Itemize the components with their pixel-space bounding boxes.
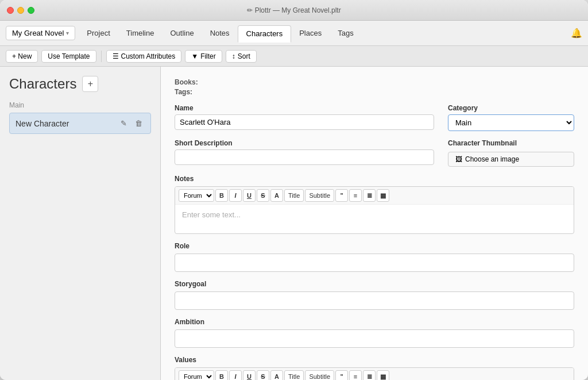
toolbar-divider <box>101 51 102 62</box>
values-label: Values <box>175 356 574 364</box>
nav-project[interactable]: Project <box>79 25 118 41</box>
filter-button[interactable]: ▼ Filter <box>185 50 222 63</box>
category-label: Category <box>448 104 574 112</box>
sort-icon: ↕ <box>232 52 235 60</box>
short-desc-input[interactable] <box>175 149 434 165</box>
ambition-section: Ambition <box>175 318 574 348</box>
notes-subtitle-button[interactable]: Subtitle <box>305 189 334 202</box>
values-font-select[interactable]: Forum <box>179 370 214 380</box>
minimize-button[interactable] <box>17 7 24 14</box>
short-desc-group: Short Description <box>175 139 434 167</box>
values-font-color-button[interactable]: A <box>270 370 283 380</box>
category-select[interactable]: Main Supporting Minor <box>448 114 574 131</box>
name-group: Name <box>175 104 434 131</box>
character-name-label: New Character <box>16 119 69 128</box>
sort-button[interactable]: ↕ Sort <box>226 50 257 63</box>
new-button[interactable]: + New <box>6 50 38 63</box>
use-template-button[interactable]: Use Template <box>41 50 96 63</box>
category-group: Category Main Supporting Minor <box>448 104 574 131</box>
values-strikethrough-button[interactable]: S <box>257 370 269 380</box>
notes-font-color-button[interactable]: A <box>270 189 283 202</box>
notes-image-button[interactable]: ▦ <box>377 189 389 202</box>
notes-strikethrough-button[interactable]: S <box>257 189 269 202</box>
chevron-down-icon: ▾ <box>66 30 69 36</box>
sidebar-header: Characters + <box>9 76 151 92</box>
storygoal-section: Storygoal <box>175 280 574 310</box>
notes-italic-button[interactable]: I <box>229 189 242 202</box>
nav-bar: My Great Novel ▾ Project Timeline Outlin… <box>0 21 588 46</box>
books-row: Books: <box>175 78 574 86</box>
values-quote-button[interactable]: " <box>335 370 348 380</box>
app-window: ✏ Plottr — My Great Novel.pltr My Great … <box>0 0 588 380</box>
desc-thumbnail-row: Short Description Character Thumbnail 🖼 … <box>175 139 574 167</box>
list-icon: ☰ <box>113 52 119 60</box>
character-item-actions: ✎ 🗑 <box>118 118 145 129</box>
notes-editor-content[interactable]: Enter some text... <box>175 205 574 233</box>
notes-bold-button[interactable]: B <box>215 189 228 202</box>
filter-icon: ▼ <box>191 52 198 60</box>
values-section: Values Forum B I U S A Title Subtitle " <box>175 356 574 380</box>
values-title-button[interactable]: Title <box>284 370 304 380</box>
nav-characters[interactable]: Characters <box>238 25 292 43</box>
meta-section: Books: Tags: <box>175 78 574 96</box>
role-label: Role <box>175 242 574 250</box>
notes-underline-button[interactable]: U <box>243 189 256 202</box>
add-character-button[interactable]: + <box>82 76 98 92</box>
nav-notes[interactable]: Notes <box>202 25 238 41</box>
notes-ol-button[interactable]: ≡ <box>349 189 362 202</box>
character-list-item[interactable]: New Character ✎ 🗑 <box>9 113 151 134</box>
values-italic-button[interactable]: I <box>229 370 242 380</box>
nav-tags[interactable]: Tags <box>330 25 361 41</box>
nav-timeline[interactable]: Timeline <box>118 25 163 41</box>
project-name-label: My Great Novel <box>12 29 64 37</box>
storygoal-input[interactable] <box>175 291 574 310</box>
ambition-input[interactable] <box>175 329 574 348</box>
name-category-row: Name Category Main Supporting Minor <box>175 104 574 131</box>
notes-editor-toolbar: Forum B I U S A Title Subtitle " ≡ ≣ ▦ <box>175 187 574 205</box>
main-content: Characters + Main New Character ✎ 🗑 Book… <box>0 67 588 380</box>
tags-label: Tags: <box>175 88 192 96</box>
title-bar: ✏ Plottr — My Great Novel.pltr <box>0 0 588 21</box>
notes-label: Notes <box>175 175 574 183</box>
notes-editor: Forum B I U S A Title Subtitle " ≡ ≣ ▦ <box>175 186 574 234</box>
tags-row: Tags: <box>175 88 574 96</box>
close-button[interactable] <box>7 7 14 14</box>
books-label: Books: <box>175 78 198 86</box>
values-bold-button[interactable]: B <box>215 370 228 380</box>
project-dropdown-button[interactable]: My Great Novel ▾ <box>6 26 75 40</box>
nav-right: 🔔 <box>571 28 582 39</box>
values-subtitle-button[interactable]: Subtitle <box>305 370 334 380</box>
nav-outline[interactable]: Outline <box>162 25 202 41</box>
values-editor-toolbar: Forum B I U S A Title Subtitle " ≡ ≣ ▦ <box>175 368 574 380</box>
traffic-lights <box>7 7 34 14</box>
values-ul-button[interactable]: ≣ <box>363 370 376 380</box>
notifications-icon[interactable]: 🔔 <box>571 28 582 38</box>
sidebar-title: Characters <box>9 76 76 92</box>
window-title: ✏ Plottr — My Great Novel.pltr <box>247 6 341 14</box>
thumbnail-label: Character Thumbnail <box>448 139 574 147</box>
notes-font-select[interactable]: Forum <box>179 189 214 202</box>
edit-character-button[interactable]: ✎ <box>118 118 129 129</box>
notes-quote-button[interactable]: " <box>335 189 348 202</box>
values-image-button[interactable]: ▦ <box>377 370 389 380</box>
name-label: Name <box>175 104 434 112</box>
toolbar: + New Use Template ☰ Custom Attributes ▼… <box>0 46 588 67</box>
notes-ul-button[interactable]: ≣ <box>363 189 376 202</box>
detail-panel: Books: Tags: Name Category Main Supporti… <box>161 67 588 380</box>
image-icon: 🖼 <box>455 155 462 163</box>
ambition-label: Ambition <box>175 318 574 326</box>
role-input[interactable] <box>175 254 574 272</box>
maximize-button[interactable] <box>28 7 34 14</box>
values-ol-button[interactable]: ≡ <box>349 370 362 380</box>
notes-title-button[interactable]: Title <box>284 189 304 202</box>
nav-links: Project Timeline Outline Notes Character… <box>79 25 571 42</box>
short-desc-label: Short Description <box>175 139 434 147</box>
custom-attributes-button[interactable]: ☰ Custom Attributes <box>106 50 182 63</box>
name-input[interactable] <box>175 114 434 130</box>
choose-image-button[interactable]: 🖼 Choose an image <box>448 152 574 167</box>
role-section: Role <box>175 242 574 272</box>
nav-places[interactable]: Places <box>291 25 330 41</box>
values-underline-button[interactable]: U <box>243 370 256 380</box>
delete-character-button[interactable]: 🗑 <box>133 118 145 129</box>
values-editor: Forum B I U S A Title Subtitle " ≡ ≣ ▦ <box>175 367 574 380</box>
